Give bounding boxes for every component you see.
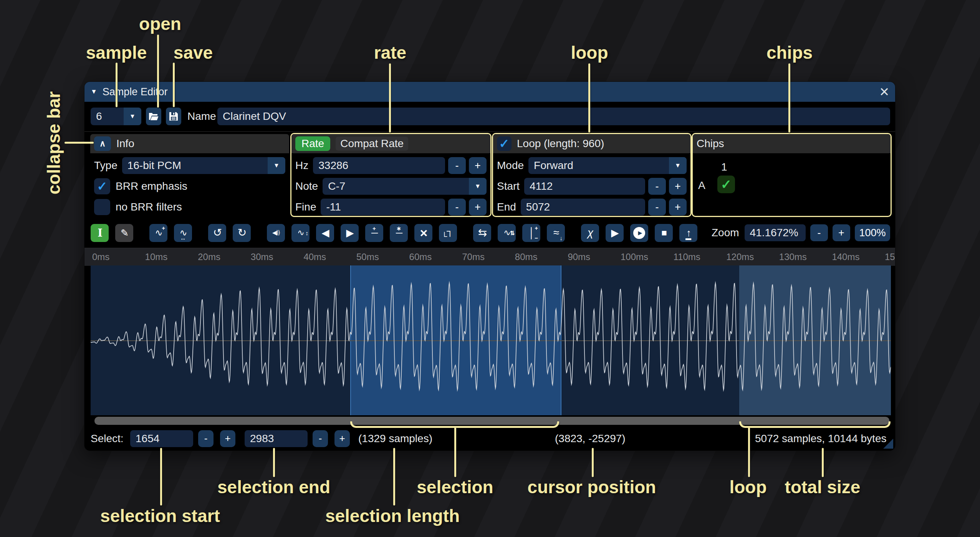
loop-end-increase-button[interactable]: +	[669, 199, 687, 215]
apply-silence-button[interactable]: ─∗	[390, 224, 408, 242]
open-folder-icon	[149, 112, 159, 121]
amplify-button[interactable]: ◀⟩⟩	[267, 224, 285, 242]
selection-start-increase-button[interactable]: +	[220, 430, 235, 447]
fine-input[interactable]: -11	[321, 199, 445, 215]
hz-decrease-button[interactable]: -	[448, 157, 466, 174]
selection-end-decrease-button[interactable]: -	[313, 430, 328, 447]
name-value: Clarinet DQV	[223, 110, 286, 123]
crop-icon-overlay: └	[442, 232, 447, 240]
waveform-canvas[interactable]	[91, 265, 891, 415]
close-icon[interactable]: ×	[879, 84, 889, 100]
annotation-line-selection	[454, 427, 456, 477]
check-icon: ✓	[721, 177, 732, 192]
stop-button[interactable]: ■	[655, 224, 673, 242]
annotation-line-sample	[116, 63, 118, 107]
rate-badge[interactable]: Rate	[295, 136, 330, 151]
chevron-down-icon[interactable]: ▼	[124, 108, 141, 125]
zoom-reset-button[interactable]: 100%	[855, 224, 890, 241]
chip-column-header: 1	[721, 161, 727, 173]
no-brr-filters-checkbox[interactable]	[94, 199, 110, 215]
selection-end-input[interactable]: 2983	[245, 430, 308, 447]
crop-icon: ┐	[447, 226, 452, 235]
timeline-tick-label: 40ms	[303, 252, 326, 262]
selection-start-decrease-button[interactable]: -	[198, 430, 214, 447]
fade-in-button[interactable]: ◀	[316, 224, 334, 242]
rate-panel: Rate Compat Rate Hz 33286 - + Note C-7 ▼	[290, 133, 492, 217]
preview-button[interactable]: ▶	[606, 224, 624, 242]
sample-header-row: 6 ▼ Name Clarinet DQV	[84, 102, 895, 131]
normalize-button[interactable]: ∿↕	[291, 224, 310, 242]
rate-panel-header: Rate Compat Rate	[291, 134, 490, 153]
sample-type-dropdown[interactable]: 16-bit PCM ▼	[122, 157, 285, 174]
play-circle-icon: ▶	[638, 230, 642, 235]
redo-button[interactable]: ↻	[233, 224, 251, 242]
zoom-in-button[interactable]: +	[833, 224, 850, 241]
resample-button[interactable]: ∿↔	[174, 224, 192, 242]
loop-start-input[interactable]: 4112	[524, 178, 645, 195]
loop-end-decrease-button[interactable]: -	[648, 199, 666, 215]
chevron-up-icon: ∧	[99, 139, 106, 149]
upload-button[interactable]: ↑▬	[679, 224, 697, 242]
collapse-bar-button[interactable]: ∧	[94, 136, 111, 151]
fine-increase-button[interactable]: +	[469, 199, 487, 215]
timeline-tick-label: 150ms	[885, 252, 895, 262]
reverse-button[interactable]: ⇆	[473, 224, 491, 242]
timeline-tick-label: 90ms	[568, 252, 590, 262]
titlebar[interactable]: ▼ Sample Editor ×	[84, 82, 895, 102]
annotation-selection: selection	[417, 477, 493, 497]
invert-button[interactable]: ∿⇅	[498, 224, 516, 242]
wave-resample-icon-overlay: ↔	[180, 235, 186, 241]
fade-out-button[interactable]: ▶	[341, 224, 359, 242]
save-button[interactable]	[166, 108, 181, 125]
trim-button[interactable]: ┐└	[439, 224, 457, 242]
chip-enable-checkbox[interactable]: ✓	[717, 176, 735, 193]
preview-loop-button[interactable]: ▶	[630, 224, 648, 242]
annotation-line-save	[173, 63, 175, 107]
fine-decrease-button[interactable]: -	[448, 199, 466, 215]
delete-button[interactable]: ×	[414, 224, 432, 242]
loop-mode-dropdown[interactable]: Forward ▼	[528, 157, 687, 174]
zoom-out-button[interactable]: -	[810, 224, 828, 241]
zoom-input[interactable]: 41.1672%	[745, 224, 806, 241]
hz-increase-button[interactable]: +	[469, 157, 487, 174]
cursor-position-text: (3823, -25297)	[555, 433, 626, 445]
info-panel-title: Info	[116, 138, 134, 150]
undo-button[interactable]: ↺	[208, 224, 226, 242]
chip-row-label: A	[698, 179, 705, 192]
note-dropdown[interactable]: C-7 ▼	[323, 178, 487, 195]
selection-end-increase-button[interactable]: +	[334, 430, 350, 447]
edit-mode-select-button[interactable]: I	[91, 224, 109, 242]
annotation-line-selection-length	[393, 448, 395, 506]
hz-input[interactable]: 33286	[313, 157, 445, 174]
loop-enable-checkbox[interactable]: ✓	[497, 136, 512, 151]
loop-start-increase-button[interactable]: +	[669, 178, 687, 195]
open-button[interactable]	[146, 108, 161, 125]
selection-start-input[interactable]: 1654	[130, 430, 193, 447]
annotation-save: save	[174, 42, 213, 63]
loop-end-input[interactable]: 5072	[521, 199, 645, 215]
annotation-loop-top: loop	[571, 42, 608, 63]
edit-mode-draw-button[interactable]: ✎	[115, 224, 133, 242]
timeline-tick-label: 10ms	[145, 252, 168, 262]
annotation-line-selection-start	[160, 448, 162, 506]
name-label: Name	[187, 108, 216, 125]
resize-button[interactable]: ∿+	[149, 224, 167, 242]
total-size-text: 5072 samples, 10144 bytes	[755, 433, 886, 445]
annotation-sample: sample	[86, 42, 147, 63]
insert-silence-button[interactable]: ─+	[365, 224, 383, 242]
crossfade-button[interactable]: χ	[581, 224, 599, 242]
triangle-down-icon[interactable]: ▼	[91, 88, 97, 96]
sample-toolbar: I✎∿+∿↔↺↻◀⟩⟩∿↕◀▶─+─∗×┐└⇆∿⇅│+−≈↓χ▶▶■↑▬ Zoo…	[91, 222, 890, 243]
resize-grip[interactable]	[883, 439, 893, 449]
loop-panel-header: ✓ Loop (length: 960)	[493, 134, 690, 153]
sample-selector[interactable]: 6 ▼	[91, 108, 141, 125]
wave-resize-icon: ∿	[155, 228, 162, 237]
filter-button[interactable]: ≈↓	[547, 224, 565, 242]
loop-start-decrease-button[interactable]: -	[648, 178, 666, 195]
brr-emphasis-checkbox[interactable]: ✓	[94, 178, 110, 194]
insert-silence-icon-overlay: +	[372, 225, 376, 231]
chevron-down-icon: ▼	[669, 157, 687, 174]
timeline-tick-label: 30ms	[251, 252, 273, 262]
sign-button[interactable]: │+−	[522, 224, 540, 242]
stop-icon: ■	[661, 228, 666, 237]
